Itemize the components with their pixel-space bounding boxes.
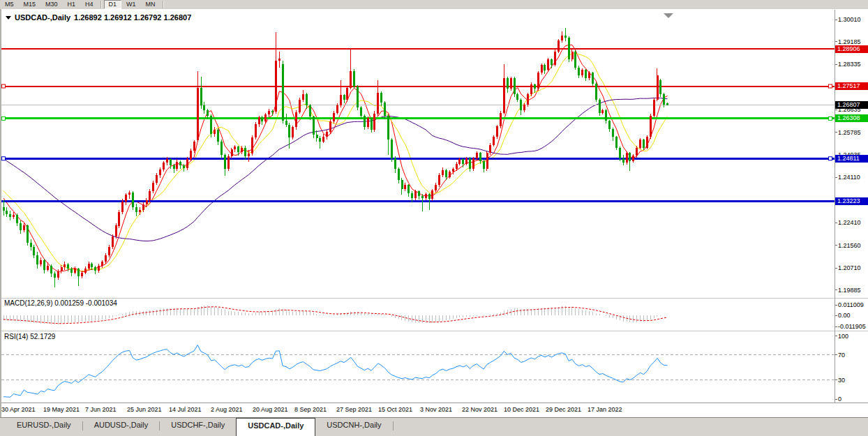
date-label: 2 Aug 2021 [211, 406, 243, 413]
chart-title: USDCAD-,Daily 1.26892 1.26912 1.26792 1.… [6, 13, 191, 22]
timeframe-button-m30[interactable]: M30 [40, 1, 63, 9]
macd-histogram [3, 306, 668, 324]
tab-separator [393, 421, 394, 430]
tab-usdcad[interactable]: USDCAD-,Daily [236, 418, 315, 436]
date-label: 17 Jan 2022 [588, 406, 622, 413]
date-label: 7 Jun 2021 [85, 406, 117, 413]
line-handle [829, 116, 832, 120]
timeframe-button-h1[interactable]: H1 [63, 1, 81, 9]
price-badge-1.26807: 1.26807 [835, 101, 868, 109]
price-tick-label: 0 [838, 396, 841, 403]
price-chart-canvas[interactable] [0, 9, 868, 417]
price-badge-1.28906: 1.28906 [835, 45, 868, 53]
price-tick-label: 1.29185 [838, 38, 861, 45]
chart-tab-bar: EURUSD-,DailyAUDUSD-,DailyUSDCHF-,DailyU… [0, 417, 868, 436]
date-label: 27 Sep 2021 [336, 406, 372, 413]
price-tick-label: 1.28335 [838, 61, 861, 68]
timeframe-button-m15[interactable]: M15 [19, 1, 41, 9]
price-tick-label: 70 [838, 352, 845, 359]
date-label: 15 Oct 2021 [378, 406, 412, 413]
price-tick-label: 1.19885 [838, 287, 861, 294]
price-tick-label: 1.24110 [838, 174, 860, 181]
price-badge-1.24811: 1.24811 [835, 155, 868, 163]
price-tick-label: 100 [838, 333, 848, 340]
date-label: 3 Nov 2021 [420, 406, 452, 413]
date-label: 22 Nov 2021 [462, 406, 497, 413]
toolbar-separator [100, 1, 102, 8]
price-badge-1.23223: 1.23223 [835, 197, 868, 205]
mt4-terminal: M5M15M30H1H4D1W1MN USDCAD-,Daily 1.26892… [0, 0, 868, 436]
line-handle [829, 84, 832, 88]
toolbar-separator [163, 1, 164, 8]
timeframe-button-h4[interactable]: H4 [80, 1, 98, 9]
price-tick-label: 1.25785 [838, 129, 861, 136]
line-handle [2, 116, 6, 120]
tab-audusd[interactable]: AUDUSD-,Daily [83, 418, 160, 434]
macd-signal-line [3, 307, 668, 324]
date-label: 25 Jun 2021 [127, 406, 162, 413]
tab-eurusd[interactable]: EURUSD-,Daily [6, 418, 82, 434]
price-tick-label: 30 [838, 377, 845, 384]
price-tick-label: 1.20710 [838, 264, 861, 271]
timeframe-button-m5[interactable]: M5 [0, 1, 19, 9]
price-tick-label: 0.00 [838, 312, 851, 319]
rsi-line [3, 345, 668, 398]
timeframe-button-mn[interactable]: MN [141, 1, 160, 9]
price-tick-label: -0.011905 [838, 323, 866, 330]
timeframe-button-d1[interactable]: D1 [104, 0, 122, 9]
date-label: 14 Jul 2021 [169, 406, 202, 413]
tab-usdchf[interactable]: USDCHF-,Daily [160, 418, 236, 434]
date-label: 8 Sep 2021 [294, 406, 327, 413]
date-label: 20 Aug 2021 [253, 406, 288, 413]
date-label: 10 Dec 2021 [504, 406, 539, 413]
chart-shift-marker-icon[interactable] [664, 13, 673, 18]
tab-usdcnh[interactable]: USDCNH-,Daily [315, 418, 392, 434]
date-label: 29 Dec 2021 [546, 406, 581, 413]
price-tick-label: 1.22410 [838, 219, 861, 226]
price-tick-label: 1.30010 [838, 16, 861, 23]
chart-symbol-label: USDCAD-,Daily [15, 13, 70, 22]
date-label: 30 Apr 2021 [1, 406, 36, 413]
rsi-indicator-label: RSI(14) 52.1729 [4, 333, 55, 340]
macd-indicator-label: MACD(12,26,9) 0.001259 -0.001034 [4, 299, 117, 307]
price-badge-1.26308: 1.26308 [835, 114, 868, 122]
price-tick-label: 0.011009 [838, 301, 864, 308]
chevron-down-icon[interactable] [6, 16, 11, 20]
line-handle [829, 157, 832, 160]
line-handle [2, 84, 6, 88]
timeframe-button-w1[interactable]: W1 [121, 1, 141, 9]
price-badge-1.27517: 1.27517 [835, 82, 868, 90]
date-label: 19 May 2021 [43, 406, 80, 413]
timeframe-toolbar: M5M15M30H1H4D1W1MN [0, 0, 868, 10]
chart-ohlc-values: 1.26892 1.26912 1.26792 1.26807 [74, 13, 191, 22]
price-tick-label: 1.21560 [838, 242, 861, 249]
line-handle [2, 157, 6, 160]
